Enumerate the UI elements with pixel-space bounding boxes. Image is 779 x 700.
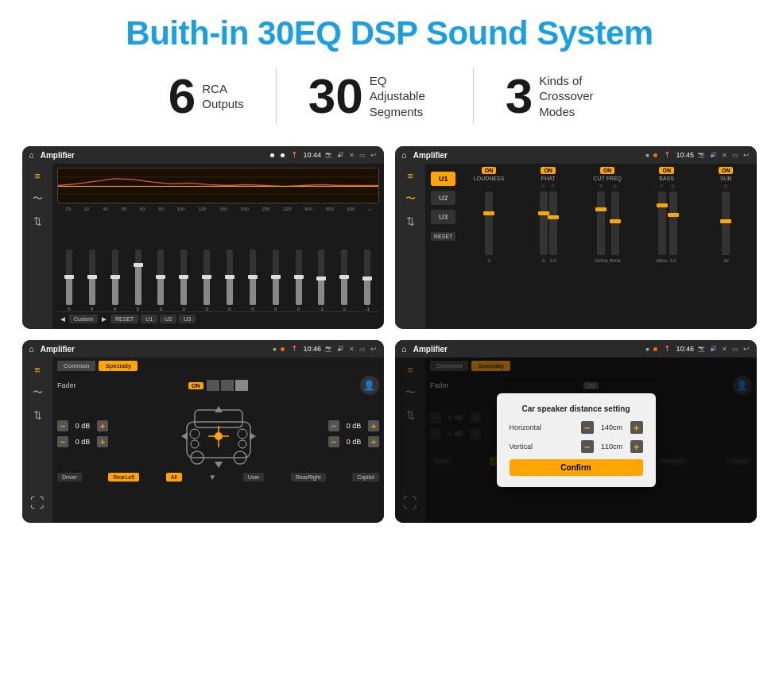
fader-eq-icon[interactable]: ≡ (34, 364, 41, 376)
right-plus-2[interactable]: + (368, 436, 379, 447)
crossover-main-content: U1 U2 U3 RESET ON LOUDNESS ~ (425, 164, 757, 329)
phat-on[interactable]: ON (541, 167, 556, 174)
vertical-value: 110cm (597, 443, 627, 451)
confirm-button[interactable]: Confirm (510, 459, 643, 476)
dialog-dot (653, 347, 657, 351)
sub-on[interactable]: ON (719, 167, 734, 174)
left-minus-1[interactable]: − (57, 420, 68, 431)
right-minus-2[interactable]: − (328, 436, 339, 447)
phat-g-slider[interactable] (540, 191, 548, 255)
left-plus-2[interactable]: + (97, 436, 108, 447)
vertical-plus-btn[interactable]: + (630, 440, 643, 453)
left-db-controls: − 0 dB + − 0 dB + (57, 420, 108, 447)
crossover-back: ↩ (743, 151, 750, 159)
fader-location-icon: 📍 (291, 346, 298, 352)
rearleft-btn[interactable]: RearLeft (108, 473, 139, 481)
cutfreq-g-slider[interactable] (611, 191, 619, 255)
user-btn[interactable]: User (243, 473, 265, 481)
specialty-tab[interactable]: Specialty (99, 361, 137, 371)
horizontal-plus-btn[interactable]: + (630, 421, 643, 434)
loudness-channel: ON LOUDNESS ~ 0 (461, 167, 517, 326)
prev-arrow[interactable]: ◄ (59, 315, 67, 323)
rearright-btn[interactable]: RearRight (291, 473, 326, 481)
u1-select-btn[interactable]: U1 (431, 172, 455, 186)
bottom-zone-row: Driver RearLeft All ▼ User RearRight Cop… (57, 473, 379, 481)
crossover-reset-btn[interactable]: RESET (431, 232, 455, 241)
vertical-minus-btn[interactable]: − (581, 440, 594, 453)
fader-home-icon[interactable] (29, 344, 34, 354)
loudness-label: LOUDNESS (474, 176, 505, 181)
u2-select-btn[interactable]: U2 (431, 191, 455, 205)
slider-8: 0 (219, 249, 240, 311)
distance-dialog: Car speaker distance setting Horizontal … (497, 393, 656, 487)
bass-on[interactable]: ON (659, 167, 674, 174)
right-db-row-1: − 0 dB + (328, 420, 379, 431)
wave-icon[interactable]: 〜 (33, 191, 43, 206)
u2-btn[interactable]: U2 (160, 315, 176, 323)
u3-select-btn[interactable]: U3 (431, 210, 455, 224)
bass-f-slider[interactable] (658, 191, 666, 255)
fader-rect: ▭ (359, 346, 366, 353)
u1-btn[interactable]: U1 (141, 315, 157, 323)
crossover-mode-icon: ■ (645, 153, 649, 158)
crossover-home-icon[interactable] (401, 150, 407, 160)
dialog-vol: 🔊 (710, 346, 717, 352)
phat-f-slider[interactable] (549, 191, 557, 255)
stat-rca-number: 6 (169, 72, 196, 121)
u3-btn[interactable]: U3 (179, 315, 196, 323)
right-db-controls: − 0 dB + − 0 dB + (328, 420, 379, 447)
dialog-home-icon[interactable] (401, 344, 407, 354)
loudness-slider[interactable] (485, 191, 493, 255)
fader-wave-icon[interactable]: 〜 (33, 385, 43, 400)
right-minus-1[interactable]: − (328, 420, 339, 431)
back-icon: ↩ (370, 151, 377, 159)
svg-point-14 (238, 440, 246, 448)
eq-graphic-icon[interactable]: ≡ (34, 170, 41, 182)
sub-g-slider[interactable] (722, 191, 730, 255)
rect-icon: ▭ (359, 152, 366, 159)
custom-preset-btn[interactable]: Custom (69, 315, 98, 323)
horizontal-controls: − 140cm + (581, 421, 643, 434)
left-db-row-1: − 0 dB + (57, 420, 108, 431)
freq-200: 200 (241, 207, 249, 211)
slider-1: 0 (59, 249, 79, 311)
settings-person-icon[interactable]: 👤 (360, 376, 379, 395)
home-icon[interactable] (29, 150, 34, 160)
left-minus-2[interactable]: − (57, 436, 68, 447)
cutfreq-on[interactable]: ON (600, 167, 615, 174)
phat-channel: ON PHAT G 0 F (521, 167, 576, 326)
slider-7: 0 (196, 249, 217, 311)
location-icon: 📍 (291, 152, 298, 158)
crossover-vol-icon[interactable]: ⇅ (406, 215, 415, 227)
fader-expand-icon[interactable]: ⛶ (30, 495, 45, 516)
crossover-time: 10:45 (676, 151, 694, 159)
common-tab[interactable]: Common (57, 361, 95, 371)
screen-crossover: Amplifier ■ 📍 10:45 📷 🔊 ✕ ▭ ↩ ≡ 〜 ⇅ U1 U… (395, 146, 757, 329)
crossover-eq-icon[interactable]: ≡ (407, 170, 413, 182)
speaker-car-diagram (175, 398, 262, 470)
reset-btn[interactable]: RESET (110, 315, 138, 323)
cutfreq-f-slider[interactable] (597, 191, 605, 255)
right-plus-1[interactable]: + (368, 420, 379, 431)
fader-on-badge[interactable]: ON (188, 382, 203, 389)
stat-rca-label: RCAOutputs (202, 81, 244, 112)
arrow-down[interactable]: ▼ (208, 473, 216, 481)
horizontal-minus-btn[interactable]: − (581, 421, 594, 434)
vol-adj-icon[interactable]: ⇅ (33, 215, 42, 227)
left-plus-1[interactable]: + (97, 420, 108, 431)
bass-g-slider[interactable] (669, 191, 677, 255)
dialog-app-name: Amplifier (413, 345, 643, 354)
crossover-wave-icon[interactable]: 〜 (405, 191, 416, 206)
next-arrow[interactable]: ► (100, 315, 108, 323)
freq-arrow: » (368, 207, 370, 211)
all-btn[interactable]: All (166, 473, 182, 481)
stat-eq-number: 30 (308, 72, 363, 121)
left-db-val-2: 0 dB (72, 438, 94, 446)
fader-screen-body: ≡ 〜 ⇅ ⛶ Common Specialty Fader ON (22, 358, 384, 523)
camera-icon: 📷 (325, 152, 332, 158)
loudness-on[interactable]: ON (482, 167, 497, 174)
copilot-btn[interactable]: Copilot (352, 473, 379, 481)
driver-btn[interactable]: Driver (57, 473, 82, 481)
fader-vol-icon[interactable]: ⇅ (33, 409, 42, 421)
freq-25: 25 (65, 207, 71, 211)
